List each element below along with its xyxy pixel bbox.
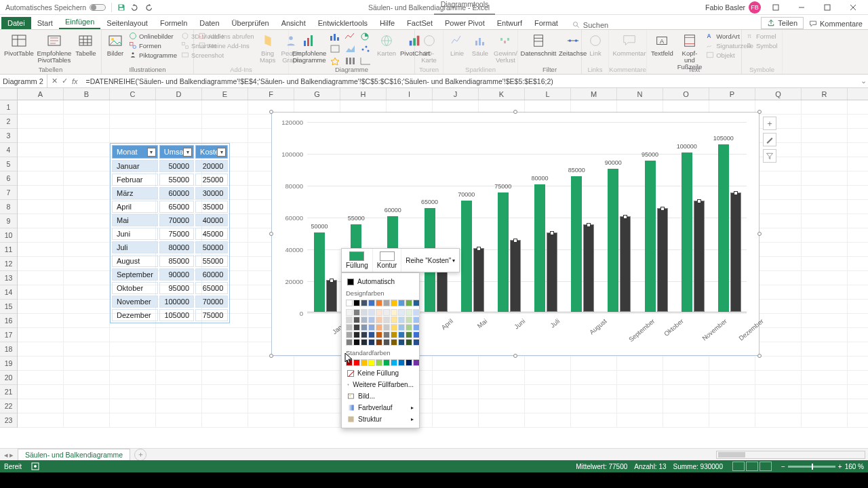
color-swatch[interactable]: [368, 331, 375, 338]
tab-formeln[interactable]: Formeln: [154, 17, 193, 29]
color-swatch[interactable]: [353, 309, 360, 316]
chart-type-icon[interactable]: [344, 44, 358, 55]
comments-button[interactable]: Kommentare: [804, 18, 868, 29]
color-swatch[interactable]: [391, 339, 397, 346]
color-swatch[interactable]: [406, 339, 412, 346]
tab-entwurf[interactable]: Entwurf: [491, 17, 528, 29]
undo-icon[interactable]: [131, 3, 139, 12]
sheet-nav-next-icon[interactable]: ▸: [9, 451, 14, 459]
share-button[interactable]: Teilen: [761, 17, 804, 29]
color-swatch[interactable]: [376, 339, 382, 346]
minimize-icon[interactable]: [791, 0, 812, 15]
column-headers[interactable]: ABCDEFGHIJKLMNOPQR: [18, 88, 868, 100]
select-all-corner[interactable]: [0, 88, 18, 100]
color-swatch[interactable]: [353, 359, 360, 366]
chart-type-icon[interactable]: [344, 32, 358, 43]
color-swatch[interactable]: [398, 309, 405, 316]
fx-icon[interactable]: fx: [72, 77, 78, 85]
bing-maps-button[interactable]: Bing Maps: [258, 32, 277, 64]
view-normal-icon[interactable]: [732, 462, 745, 471]
chart-bar[interactable]: [657, 208, 668, 312]
color-swatch[interactable]: [383, 300, 390, 306]
chart-bar[interactable]: [694, 201, 705, 312]
equation-button[interactable]: πFormel: [746, 32, 778, 40]
ribbon-options-icon[interactable]: [765, 0, 787, 15]
zoom-control[interactable]: −+ 160 %: [781, 463, 864, 470]
chart-bar[interactable]: [571, 176, 582, 312]
color-swatch[interactable]: [413, 339, 420, 346]
3d-map-button[interactable]: 3D- Karte: [419, 32, 439, 64]
account-button[interactable]: Fabio Basler FB: [705, 1, 761, 14]
row-headers[interactable]: 1234567891011121314151617181920212223: [0, 100, 18, 428]
color-swatch[interactable]: [398, 339, 405, 346]
color-swatch[interactable]: [368, 317, 375, 323]
zoom-slider[interactable]: [788, 466, 835, 468]
formula-input[interactable]: =DATENREIHE('Säulen- und Balkendiagramme…: [82, 77, 859, 85]
color-swatch[interactable]: [391, 317, 397, 323]
color-swatch[interactable]: [383, 339, 390, 346]
pictures-button[interactable]: Bilder: [106, 32, 125, 57]
my-addins-button[interactable]: Meine Add-Ins: [198, 41, 254, 49]
fill-button[interactable]: Füllung: [342, 249, 373, 272]
more-fill-colors-item[interactable]: Weitere Füllfarben...: [344, 379, 416, 390]
color-swatch[interactable]: [391, 324, 397, 331]
filter-button[interactable]: ▾: [217, 148, 226, 157]
worksheet-grid[interactable]: ABCDEFGHIJKLMNOPQR 123456789101112131415…: [0, 88, 868, 448]
maximize-icon[interactable]: [816, 0, 838, 15]
color-swatch[interactable]: [376, 309, 382, 316]
sheet-tab[interactable]: Säulen- und Balkendiagramme: [18, 449, 130, 460]
chart-type-icon[interactable]: [359, 44, 373, 55]
tab-ansicht[interactable]: Ansicht: [275, 17, 312, 29]
icons-button[interactable]: Piktogramme: [129, 51, 177, 59]
slicer-button[interactable]: Datenschnitt: [522, 32, 555, 57]
picture-fill-item[interactable]: Bild...: [344, 390, 416, 402]
color-swatch[interactable]: [391, 300, 397, 306]
horizontal-scrollbar[interactable]: [716, 451, 865, 459]
tab-factset[interactable]: FactSet: [401, 17, 439, 29]
save-icon[interactable]: [117, 3, 125, 12]
chart-type-icon[interactable]: [359, 32, 373, 43]
color-swatch[interactable]: [406, 300, 412, 306]
chart-bar[interactable]: [730, 192, 741, 312]
color-swatch[interactable]: [376, 359, 382, 366]
color-swatch[interactable]: [353, 339, 360, 346]
redo-icon[interactable]: [144, 3, 153, 12]
color-swatch[interactable]: [406, 359, 412, 366]
color-swatch[interactable]: [413, 331, 420, 338]
filter-button[interactable]: ▾: [147, 148, 156, 157]
color-swatch[interactable]: [368, 339, 375, 346]
resize-handle[interactable]: [513, 110, 517, 114]
color-swatch[interactable]: [368, 359, 375, 366]
color-swatch[interactable]: [346, 309, 353, 316]
color-swatch[interactable]: [361, 317, 368, 323]
color-swatch[interactable]: [346, 324, 353, 331]
color-swatch[interactable]: [406, 331, 412, 338]
color-swatch[interactable]: [353, 317, 360, 323]
chart-bar[interactable]: [718, 144, 729, 312]
header-footer-button[interactable]: Kopf- und Fußzeile: [677, 32, 702, 70]
color-swatch[interactable]: [353, 300, 360, 306]
chart-styles-icon[interactable]: [763, 133, 776, 146]
color-swatch[interactable]: [398, 317, 405, 323]
chart-elements-icon[interactable]: ＋: [763, 117, 776, 130]
color-swatch[interactable]: [413, 359, 420, 366]
tab-start[interactable]: Start: [31, 17, 59, 29]
symbol-button[interactable]: ΩSymbol: [746, 41, 778, 49]
macro-record-icon[interactable]: [31, 462, 39, 470]
series-selector[interactable]: Reihe "Kosten"▾: [401, 249, 459, 272]
sparkline-winloss-button[interactable]: Gewinn/ Verlust: [494, 32, 517, 64]
texture-fill-item[interactable]: Struktur▸: [344, 413, 416, 425]
comment-button[interactable]: Kommentar: [613, 32, 646, 57]
color-swatch[interactable]: [383, 359, 390, 366]
chart-bar[interactable]: [583, 224, 594, 312]
automatic-color-item[interactable]: Automatisch: [344, 276, 416, 287]
view-page-layout-icon[interactable]: [746, 462, 758, 471]
color-swatch[interactable]: [361, 331, 368, 338]
textbox-button[interactable]: ATextfeld: [651, 32, 673, 57]
shapes-button[interactable]: Formen: [129, 41, 177, 49]
color-swatch[interactable]: [406, 317, 412, 323]
tab-entwicklertools[interactable]: Entwicklertools: [312, 17, 374, 29]
color-swatch[interactable]: [406, 309, 412, 316]
no-fill-item[interactable]: Keine Füllung: [344, 367, 416, 379]
resize-handle[interactable]: [269, 354, 273, 358]
